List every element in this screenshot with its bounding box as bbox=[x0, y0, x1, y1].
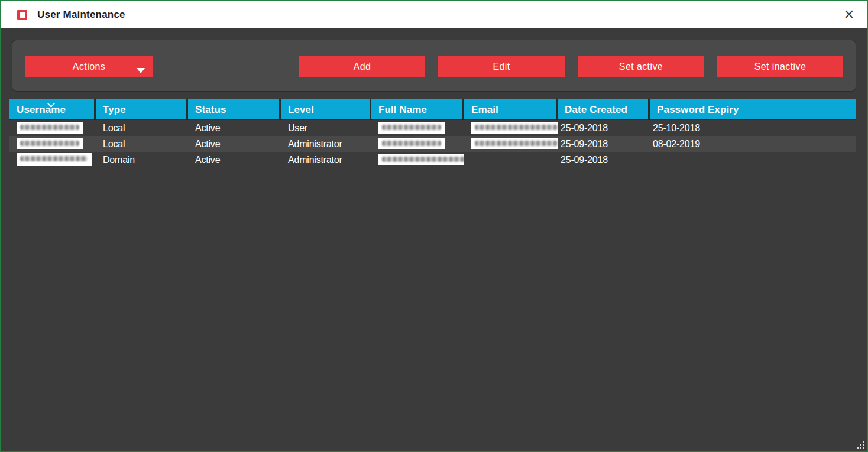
actions-dropdown-button[interactable]: Actions bbox=[25, 56, 153, 77]
redacted-username bbox=[17, 153, 92, 166]
cell-email bbox=[464, 152, 558, 168]
column-header-level[interactable]: Level bbox=[281, 99, 371, 119]
redacted-username bbox=[17, 138, 83, 149]
set-active-button[interactable]: Set active bbox=[578, 56, 704, 77]
cell-full-name bbox=[371, 120, 464, 136]
cell-level: Administrator bbox=[281, 152, 371, 168]
table-row[interactable]: Domain Active Administrator 25-09-2018 bbox=[9, 152, 856, 168]
close-button[interactable]: × bbox=[838, 4, 860, 25]
redacted-full-name bbox=[378, 138, 445, 149]
column-header-password-expiry[interactable]: Password Expiry bbox=[650, 99, 856, 119]
cell-type: Domain bbox=[96, 152, 188, 168]
cell-date-created: 25-09-2018 bbox=[558, 152, 650, 168]
cell-password-expiry: 25-10-2018 bbox=[650, 120, 856, 136]
actions-button-label: Actions bbox=[73, 61, 105, 71]
column-header-username[interactable]: Username bbox=[9, 99, 96, 119]
redacted-username bbox=[17, 122, 83, 134]
resize-grip[interactable] bbox=[857, 441, 864, 449]
table-row[interactable]: Local Active User 25-09-2018 25-10-2018 bbox=[9, 120, 856, 136]
column-header-label: Password Expiry bbox=[657, 104, 739, 115]
chevron-down-icon bbox=[137, 68, 145, 73]
set-inactive-button[interactable]: Set inactive bbox=[717, 56, 843, 77]
cell-date-created: 25-09-2018 bbox=[558, 136, 650, 152]
column-header-status[interactable]: Status bbox=[188, 99, 281, 119]
table-header-row: Username Type Status Level Full Name Ema… bbox=[9, 99, 856, 120]
cell-status: Active bbox=[188, 152, 281, 168]
column-header-label: Email bbox=[471, 104, 498, 115]
redacted-email bbox=[471, 138, 558, 149]
cell-username bbox=[9, 152, 96, 168]
cell-status: Active bbox=[188, 120, 281, 136]
edit-button[interactable]: Edit bbox=[438, 56, 565, 77]
cell-username bbox=[9, 136, 96, 152]
user-table: Username Type Status Level Full Name Ema… bbox=[9, 99, 856, 168]
cell-type: Local bbox=[96, 120, 188, 136]
column-header-label: Status bbox=[195, 104, 226, 115]
app-icon bbox=[17, 10, 27, 20]
user-maintenance-window: User Maintenance × Actions Add Edit Set … bbox=[0, 0, 868, 452]
column-header-email[interactable]: Email bbox=[464, 99, 558, 119]
column-header-full-name[interactable]: Full Name bbox=[371, 99, 464, 119]
cell-email bbox=[464, 136, 558, 152]
column-header-label: Type bbox=[103, 104, 126, 115]
cell-full-name bbox=[371, 152, 464, 168]
cell-level: Administrator bbox=[281, 136, 371, 152]
cell-password-expiry bbox=[650, 152, 856, 168]
redacted-full-name bbox=[378, 122, 445, 134]
add-button[interactable]: Add bbox=[299, 56, 425, 77]
titlebar: User Maintenance × bbox=[1, 1, 867, 28]
column-header-label: Username bbox=[17, 104, 66, 115]
cell-status: Active bbox=[188, 136, 281, 152]
column-header-label: Full Name bbox=[378, 104, 427, 115]
cell-date-created: 25-09-2018 bbox=[558, 120, 650, 136]
cell-password-expiry: 08-02-2019 bbox=[650, 136, 856, 152]
cell-email bbox=[464, 120, 558, 136]
redacted-email bbox=[471, 122, 558, 134]
column-header-label: Level bbox=[288, 104, 314, 115]
redacted-full-name bbox=[378, 154, 464, 165]
column-header-label: Date Created bbox=[565, 104, 627, 115]
cell-type: Local bbox=[96, 136, 188, 152]
window-content: Actions Add Edit Set active Set inactive… bbox=[1, 28, 867, 451]
column-header-date-created[interactable]: Date Created bbox=[558, 99, 650, 119]
cell-level: User bbox=[281, 120, 371, 136]
column-header-type[interactable]: Type bbox=[96, 99, 188, 119]
toolbar: Actions Add Edit Set active Set inactive bbox=[12, 40, 856, 92]
window-title: User Maintenance bbox=[37, 9, 125, 21]
cell-username bbox=[9, 120, 96, 136]
cell-full-name bbox=[371, 136, 464, 152]
table-row[interactable]: Local Active Administrator 25-09-2018 08… bbox=[9, 136, 856, 152]
